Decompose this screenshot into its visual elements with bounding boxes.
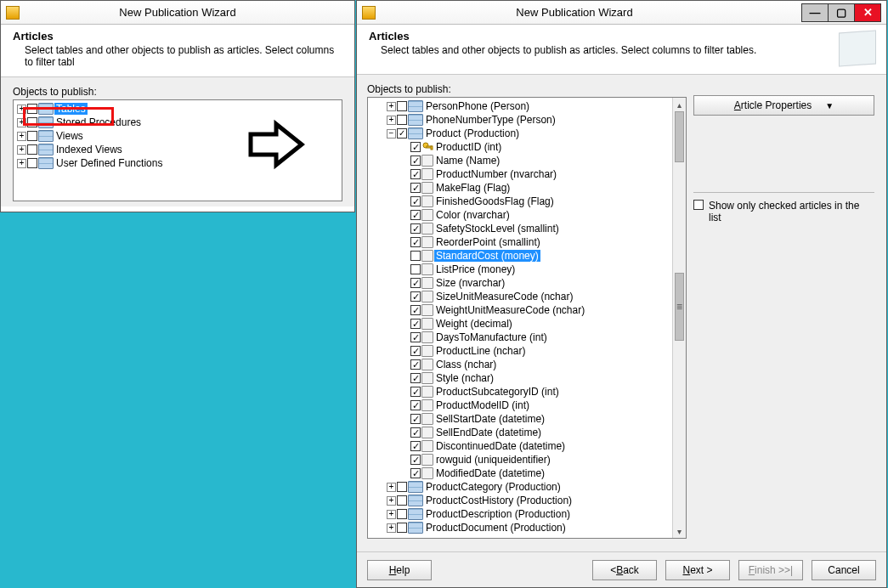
- checkbox[interactable]: [410, 468, 421, 478]
- checkbox[interactable]: [397, 101, 407, 111]
- expander-icon[interactable]: +: [387, 116, 396, 125]
- tree-item[interactable]: +ProductCostHistory (Production): [370, 494, 672, 507]
- show-only-checkbox[interactable]: [693, 200, 704, 210]
- titlebar-left[interactable]: New Publication Wizard: [1, 1, 354, 25]
- scrollbar[interactable]: ▴ ▾: [672, 98, 686, 538]
- tree-item[interactable]: −Product (Production): [370, 127, 672, 140]
- expander-icon[interactable]: +: [387, 483, 396, 492]
- tree-item[interactable]: +ProductDescription (Production): [370, 507, 672, 521]
- checkbox[interactable]: [27, 104, 37, 114]
- checkbox[interactable]: [27, 158, 37, 168]
- checkbox[interactable]: [410, 332, 421, 342]
- expander-icon[interactable]: +: [17, 159, 26, 168]
- minimize-button[interactable]: —: [801, 3, 829, 22]
- column-item[interactable]: DaysToManufacture (int): [370, 331, 672, 344]
- cancel-button[interactable]: Cancel: [812, 560, 876, 580]
- help-button[interactable]: Help: [367, 560, 432, 580]
- column-item[interactable]: ProductID (int): [370, 140, 672, 154]
- checkbox[interactable]: [397, 128, 407, 139]
- scroll-thumb[interactable]: [675, 273, 684, 341]
- column-item[interactable]: SizeUnitMeasureCode (nchar): [370, 290, 672, 303]
- checkbox[interactable]: [27, 117, 37, 127]
- article-properties-button[interactable]: Article Properties ▼: [693, 95, 874, 116]
- expander-icon[interactable]: +: [17, 118, 26, 127]
- show-only-checked-row[interactable]: Show only checked articles in the list: [693, 200, 874, 223]
- column-item[interactable]: Class (nchar): [370, 358, 672, 371]
- titlebar-right[interactable]: New Publication Wizard — ▢ ✕: [357, 1, 886, 25]
- next-button[interactable]: Next >: [665, 560, 730, 580]
- column-item[interactable]: FinishedGoodsFlag (Flag): [370, 195, 672, 208]
- column-item[interactable]: rowguid (uniqueidentifier): [370, 453, 672, 466]
- column-item[interactable]: ListPrice (money): [370, 263, 672, 276]
- checkbox[interactable]: [410, 291, 421, 302]
- checkbox[interactable]: [410, 278, 421, 288]
- checkbox[interactable]: [410, 305, 421, 315]
- column-item[interactable]: Color (nvarchar): [370, 208, 672, 222]
- checkbox[interactable]: [410, 223, 421, 234]
- column-item[interactable]: Name (Name): [370, 154, 672, 167]
- checkbox[interactable]: [410, 319, 421, 329]
- scroll-down-icon[interactable]: ▾: [673, 524, 686, 538]
- finish-button[interactable]: Finish >>|: [738, 560, 803, 580]
- checkbox[interactable]: [397, 482, 407, 492]
- checkbox[interactable]: [410, 427, 421, 438]
- column-item[interactable]: StandardCost (money): [370, 249, 672, 263]
- checkbox[interactable]: [397, 115, 407, 125]
- expander-icon[interactable]: −: [387, 129, 396, 139]
- column-item[interactable]: ModifiedDate (datetime): [370, 466, 672, 480]
- checkbox[interactable]: [410, 264, 421, 274]
- checkbox[interactable]: [27, 144, 37, 155]
- checkbox[interactable]: [410, 169, 421, 179]
- column-item[interactable]: SellEndDate (datetime): [370, 426, 672, 439]
- column-item[interactable]: ReorderPoint (smallint): [370, 235, 672, 249]
- expander-icon[interactable]: +: [17, 105, 26, 114]
- expander-icon[interactable]: +: [17, 145, 26, 155]
- checkbox[interactable]: [410, 155, 421, 166]
- column-item[interactable]: WeightUnitMeasureCode (nchar): [370, 303, 672, 317]
- expander-icon[interactable]: +: [387, 523, 396, 533]
- scroll-up-icon[interactable]: ▴: [673, 98, 686, 111]
- checkbox[interactable]: [410, 400, 421, 410]
- expander-icon[interactable]: +: [387, 510, 396, 519]
- column-item[interactable]: SafetyStockLevel (smallint): [370, 222, 672, 235]
- column-item[interactable]: ProductNumber (nvarchar): [370, 167, 672, 181]
- checkbox[interactable]: [410, 441, 421, 451]
- column-item[interactable]: ProductModelID (int): [370, 399, 672, 412]
- checkbox[interactable]: [410, 414, 421, 424]
- checkbox[interactable]: [410, 142, 421, 152]
- checkbox[interactable]: [410, 455, 421, 465]
- tree-item[interactable]: +PersonPhone (Person): [370, 99, 672, 113]
- maximize-button[interactable]: ▢: [828, 3, 855, 22]
- column-item[interactable]: Size (nvarchar): [370, 276, 672, 290]
- checkbox[interactable]: [410, 183, 421, 193]
- checkbox[interactable]: [410, 387, 421, 397]
- column-item[interactable]: Style (nchar): [370, 371, 672, 385]
- checkbox[interactable]: [410, 251, 421, 261]
- checkbox[interactable]: [397, 509, 407, 519]
- back-button[interactable]: < Back: [592, 560, 657, 580]
- column-item[interactable]: Weight (decimal): [370, 317, 672, 331]
- checkbox[interactable]: [410, 359, 421, 370]
- tree-item[interactable]: +ProductCategory (Production): [370, 480, 672, 494]
- column-item[interactable]: SellStartDate (datetime): [370, 412, 672, 426]
- tree-item[interactable]: +ProductDocument (Production): [370, 521, 672, 534]
- checkbox[interactable]: [410, 196, 421, 206]
- tree-item[interactable]: +PhoneNumberType (Person): [370, 113, 672, 127]
- checkbox[interactable]: [410, 373, 421, 383]
- expander-icon[interactable]: +: [387, 102, 396, 111]
- checkbox[interactable]: [410, 237, 421, 247]
- column-item[interactable]: ProductLine (nchar): [370, 344, 672, 358]
- column-item[interactable]: ProductSubcategoryID (int): [370, 385, 672, 399]
- checkbox[interactable]: [397, 523, 407, 533]
- expander-icon[interactable]: +: [387, 496, 396, 506]
- column-item[interactable]: MakeFlag (Flag): [370, 181, 672, 195]
- checkbox[interactable]: [410, 346, 421, 356]
- column-item[interactable]: DiscontinuedDate (datetime): [370, 439, 672, 453]
- checkbox[interactable]: [397, 495, 407, 506]
- scroll-thumb[interactable]: [675, 111, 684, 162]
- close-button[interactable]: ✕: [854, 3, 881, 22]
- tree-item[interactable]: +Tables: [15, 102, 340, 116]
- checkbox[interactable]: [410, 210, 421, 220]
- objects-tree[interactable]: +PersonPhone (Person)+PhoneNumberType (P…: [367, 97, 687, 539]
- expander-icon[interactable]: +: [17, 132, 26, 141]
